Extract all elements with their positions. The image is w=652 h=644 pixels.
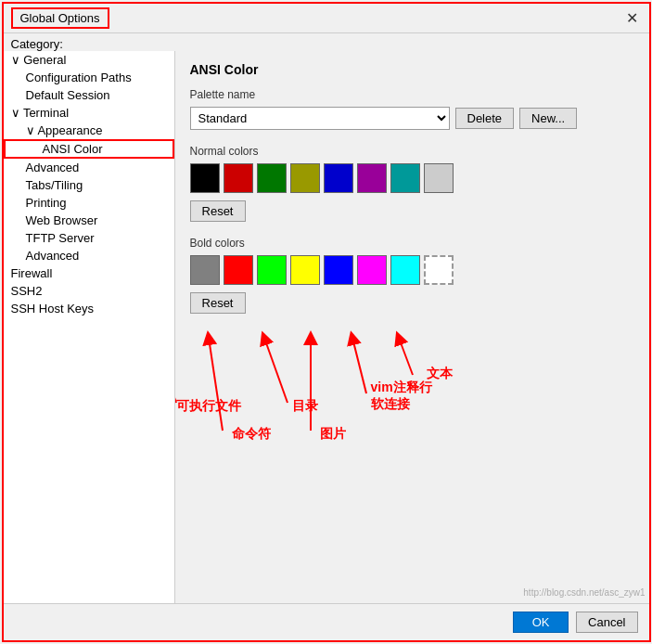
sidebar-item-config-paths[interactable]: Configuration Paths [4, 69, 174, 86]
svg-line-8 [399, 338, 413, 375]
bold-color-6[interactable] [390, 255, 420, 285]
bold-color-2[interactable] [257, 255, 287, 285]
bold-reset-row: Reset [190, 292, 634, 314]
panel-title: ANSI Color [190, 62, 634, 77]
normal-reset-row: Reset [190, 200, 634, 222]
annotation-area: 背景色 压缩包 可执行文件 命令符 目录 图片 vim注释行 软连接 文本 [190, 328, 634, 514]
bold-color-grid [190, 255, 634, 285]
normal-reset-button[interactable]: Reset [190, 200, 246, 222]
normal-color-3[interactable] [290, 163, 320, 193]
category-label-row: Category: [4, 33, 649, 51]
svg-line-7 [352, 338, 366, 393]
bold-color-0[interactable] [190, 255, 220, 285]
sidebar-item-tabs-tiling[interactable]: Tabs/Tiling [4, 176, 174, 194]
normal-color-1[interactable] [224, 163, 253, 193]
annotation-directory: 目录 [292, 398, 318, 415]
palette-row: Standard Delete New... [190, 107, 634, 130]
expand-general: ∨ [11, 53, 24, 67]
bold-color-7[interactable] [424, 255, 454, 285]
delete-button[interactable]: Delete [455, 108, 515, 129]
annotation-vim: vim注释行 软连接 [371, 380, 432, 413]
sidebar-item-advanced2[interactable]: Advanced [4, 247, 174, 264]
normal-color-7[interactable] [424, 163, 454, 193]
bold-color-1[interactable] [224, 255, 253, 285]
expand-terminal: ∨ [11, 106, 23, 120]
sidebar-item-ansi-color[interactable]: ANSI Color [4, 139, 174, 159]
annotation-executable: 可执行文件 [176, 398, 241, 415]
dialog-title: Global Options [11, 7, 109, 29]
annotation-svg [175, 328, 468, 514]
bold-color-4[interactable] [324, 255, 353, 285]
sidebar-item-appearance[interactable]: ∨ Appearance [4, 122, 174, 139]
bold-reset-button[interactable]: Reset [190, 292, 246, 314]
sidebar-item-firewall[interactable]: Firewall [4, 264, 174, 282]
expand-appearance: ∨ [26, 123, 38, 137]
sidebar: ∨ General Configuration Paths Default Se… [4, 51, 175, 603]
normal-colors-label: Normal colors [190, 145, 634, 158]
sidebar-item-advanced[interactable]: Advanced [4, 159, 174, 176]
new-button[interactable]: New... [519, 108, 577, 129]
svg-line-4 [209, 338, 223, 431]
sidebar-item-ssh-host-keys[interactable]: SSH Host Keys [4, 300, 174, 317]
normal-color-6[interactable] [390, 163, 420, 193]
normal-color-0[interactable] [190, 163, 220, 193]
watermark: http://blog.csdn.net/asc_zyw1 [519, 586, 648, 599]
normal-color-4[interactable] [324, 163, 353, 193]
footer: http://blog.csdn.net/asc_zyw1 OK Cancel [4, 603, 649, 640]
dialog-body: ∨ General Configuration Paths Default Se… [4, 51, 649, 603]
sidebar-item-default-session[interactable]: Default Session [4, 86, 174, 104]
sidebar-item-ssh2[interactable]: SSH2 [4, 282, 174, 300]
sidebar-item-web-browser[interactable]: Web Browser [4, 212, 174, 229]
titlebar: Global Options ✕ [4, 4, 649, 33]
close-button[interactable]: ✕ [622, 9, 642, 27]
content-panel: ANSI Color Palette name Standard Delete … [175, 51, 649, 603]
bold-colors-label: Bold colors [190, 237, 634, 250]
normal-color-grid [190, 163, 634, 193]
annotation-command: 命令符 [232, 426, 271, 443]
sidebar-item-printing[interactable]: Printing [4, 194, 174, 212]
bold-colors-section: Bold colors Reset [190, 237, 634, 314]
sidebar-item-tftp-server[interactable]: TFTP Server [4, 229, 174, 247]
normal-colors-section: Normal colors Reset [190, 145, 634, 222]
svg-line-3 [175, 338, 176, 403]
palette-select[interactable]: Standard [190, 107, 450, 130]
bold-color-3[interactable] [290, 255, 320, 285]
normal-color-5[interactable] [357, 163, 387, 193]
category-label: Category: [11, 37, 63, 51]
normal-color-2[interactable] [257, 163, 287, 193]
annotation-image: 图片 [320, 426, 346, 443]
palette-label: Palette name [190, 88, 634, 101]
global-options-dialog: Global Options ✕ Category: ∨ General Con… [2, 2, 651, 642]
annotation-text: 文本 [427, 366, 453, 382]
svg-line-5 [264, 338, 288, 403]
cancel-button[interactable]: Cancel [576, 612, 637, 633]
ok-button[interactable]: OK [513, 612, 569, 633]
bold-color-5[interactable] [357, 255, 387, 285]
sidebar-item-terminal[interactable]: ∨ Terminal [4, 104, 174, 122]
sidebar-item-general[interactable]: ∨ General [4, 51, 174, 69]
